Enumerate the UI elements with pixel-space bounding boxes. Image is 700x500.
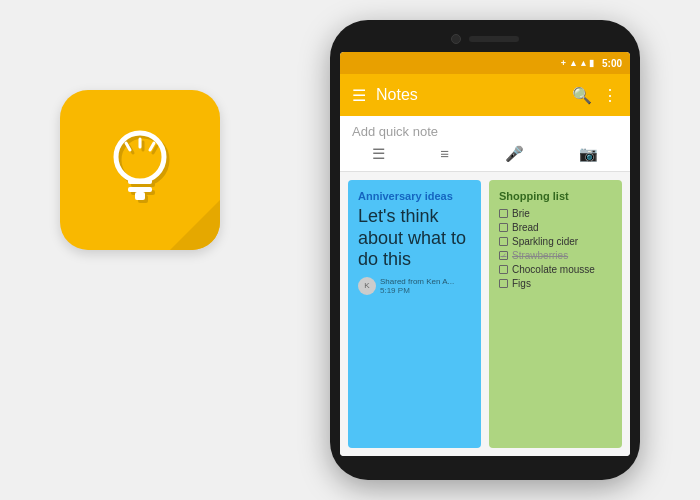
checkbox-sparkling: Sparkling cider: [499, 236, 612, 247]
text-action-icon[interactable]: ☰: [372, 145, 385, 163]
status-icons: + ▲ ▴ ▮: [561, 58, 594, 68]
avatar-label: K: [364, 281, 369, 290]
search-icon[interactable]: 🔍: [572, 86, 592, 105]
note-blue-text: Let's think about what to do this: [358, 206, 471, 271]
wifi-icon: ▴: [581, 58, 586, 68]
checkbox-bread-label: Bread: [512, 222, 539, 233]
app-bar: ☰ Notes 🔍 ⋮: [340, 74, 630, 116]
phone-top-bar: [340, 34, 630, 44]
phone-camera: [451, 34, 461, 44]
quick-note-bar[interactable]: Add quick note ☰ ≡ 🎤 📷: [340, 116, 630, 172]
app-icon-container: [60, 90, 220, 250]
quick-note-actions: ☰ ≡ 🎤 📷: [352, 145, 618, 163]
checkbox-strawberries-label: Strawberries: [512, 250, 568, 261]
svg-rect-1: [128, 179, 152, 184]
note-blue-footer: K Shared from Ken A... 5:19 PM: [358, 277, 471, 295]
status-time: 5:00: [602, 58, 622, 69]
checkbox-bread: Bread: [499, 222, 612, 233]
phone-screen: + ▲ ▴ ▮ 5:00 ☰ Notes 🔍 ⋮ Add quick note …: [340, 52, 630, 456]
svg-rect-2: [128, 187, 152, 192]
note-green-title: Shopping list: [499, 190, 612, 202]
checkbox-brie: Brie: [499, 208, 612, 219]
checkbox-strawberries-box[interactable]: ✓: [499, 251, 508, 260]
svg-line-6: [150, 143, 154, 150]
menu-icon[interactable]: ☰: [352, 86, 366, 105]
app-bar-title: Notes: [376, 86, 562, 104]
checkbox-sparkling-label: Sparkling cider: [512, 236, 578, 247]
checkbox-brie-box[interactable]: [499, 209, 508, 218]
checkbox-figs: Figs: [499, 278, 612, 289]
note-card-green[interactable]: Shopping list Brie Bread Sparkling cider: [489, 180, 622, 448]
checkbox-bread-box[interactable]: [499, 223, 508, 232]
checkbox-strawberries: ✓ Strawberries: [499, 250, 612, 261]
more-icon[interactable]: ⋮: [602, 86, 618, 105]
app-icon[interactable]: [60, 90, 220, 250]
mic-action-icon[interactable]: 🎤: [505, 145, 524, 163]
checkbox-chocolate-label: Chocolate mousse: [512, 264, 595, 275]
checkbox-brie-label: Brie: [512, 208, 530, 219]
phone-container: + ▲ ▴ ▮ 5:00 ☰ Notes 🔍 ⋮ Add quick note …: [330, 20, 640, 480]
note-avatar: K: [358, 277, 376, 295]
svg-rect-3: [135, 192, 145, 200]
quick-note-placeholder[interactable]: Add quick note: [352, 124, 618, 139]
shared-by: Shared from Ken A...: [380, 277, 454, 286]
checkbox-sparkling-box[interactable]: [499, 237, 508, 246]
note-timestamp: 5:19 PM: [380, 286, 454, 295]
bluetooth-icon: +: [561, 58, 566, 68]
notes-grid: Anniversary ideas Let's think about what…: [340, 172, 630, 456]
phone-body: + ▲ ▴ ▮ 5:00 ☰ Notes 🔍 ⋮ Add quick note …: [330, 20, 640, 480]
note-card-blue[interactable]: Anniversary ideas Let's think about what…: [348, 180, 481, 448]
checkbox-chocolate: Chocolate mousse: [499, 264, 612, 275]
phone-speaker: [469, 36, 519, 42]
checkbox-figs-label: Figs: [512, 278, 531, 289]
svg-line-5: [126, 143, 130, 150]
checkbox-chocolate-box[interactable]: [499, 265, 508, 274]
camera-action-icon[interactable]: 📷: [579, 145, 598, 163]
bulb-icon: [100, 125, 180, 215]
signal-icon: ▲: [569, 58, 578, 68]
list-action-icon[interactable]: ≡: [440, 145, 449, 163]
status-bar: + ▲ ▴ ▮ 5:00: [340, 52, 630, 74]
battery-icon: ▮: [589, 58, 594, 68]
checkbox-figs-box[interactable]: [499, 279, 508, 288]
note-blue-title: Anniversary ideas: [358, 190, 471, 202]
